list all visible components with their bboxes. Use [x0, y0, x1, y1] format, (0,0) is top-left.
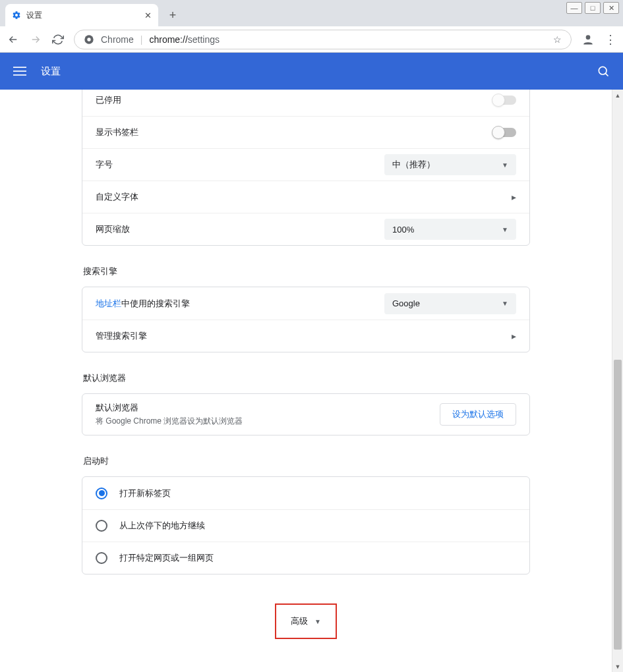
row-font-size: 字号 中（推荐） ▼ — [82, 148, 529, 181]
search-icon[interactable] — [597, 65, 610, 78]
startup-option-new-tab[interactable]: 打开新标签页 — [82, 477, 529, 509]
default-browser-title: 默认浏览器 — [96, 402, 243, 414]
gear-icon — [12, 11, 21, 20]
reload-button[interactable] — [51, 33, 65, 46]
section-default-browser: 默认浏览器 — [83, 372, 530, 384]
search-engine-value: Google — [392, 298, 420, 308]
custom-fonts-label: 自定义字体 — [96, 191, 138, 203]
radio-icon — [96, 520, 107, 532]
chrome-logo-icon — [84, 34, 94, 45]
startup-option-continue[interactable]: 从上次停下的地方继续 — [82, 509, 529, 542]
manage-search-label: 管理搜索引擎 — [96, 330, 147, 342]
forward-button[interactable] — [29, 33, 42, 46]
omnibox-separator: | — [140, 34, 143, 45]
svg-rect-3 — [13, 67, 26, 68]
font-size-dropdown[interactable]: 中（推荐） ▼ — [384, 154, 516, 175]
new-tab-button[interactable]: + — [163, 6, 182, 24]
omnibox-chip-label: Chrome — [101, 34, 134, 45]
url-scheme: chrome:// — [149, 34, 187, 45]
row-custom-fonts[interactable]: 自定义字体 ▸ — [82, 181, 529, 213]
chevron-down-icon: ▼ — [502, 161, 508, 169]
scroll-up-arrow-icon[interactable]: ▲ — [612, 90, 623, 101]
chevron-down-icon: ▼ — [314, 618, 321, 625]
profile-avatar-icon[interactable] — [581, 32, 595, 47]
svg-rect-5 — [13, 74, 26, 76]
page-zoom-label: 网页缩放 — [96, 223, 130, 235]
advanced-toggle-button[interactable]: 高级 ▼ — [280, 609, 332, 634]
row-default-browser: 默认浏览器 将 Google Chrome 浏览器设为默认浏览器 设为默认选项 — [82, 394, 529, 435]
settings-header-title: 设置 — [41, 65, 61, 78]
tab-close-icon[interactable]: ✕ — [144, 11, 152, 20]
startup-opt3-label: 打开特定网页或一组网页 — [119, 552, 214, 564]
scroll-down-arrow-icon[interactable]: ▼ — [612, 661, 623, 672]
svg-point-1 — [87, 38, 90, 41]
url-path: settings — [188, 34, 220, 45]
row-show-bookmarks: 显示书签栏 — [82, 116, 529, 148]
font-size-label: 字号 — [96, 159, 113, 171]
show-bookmarks-label: 显示书签栏 — [96, 126, 138, 138]
chevron-right-icon: ▸ — [512, 192, 516, 202]
browser-toolbar: Chrome | chrome://settings ☆ ⋮ — [0, 26, 623, 53]
vertical-scrollbar[interactable]: ▲ ▼ — [612, 90, 623, 672]
on-startup-card: 打开新标签页 从上次停下的地方继续 打开特定网页或一组网页 — [82, 476, 530, 574]
settings-header: 设置 — [0, 53, 623, 90]
scrollbar-thumb[interactable] — [614, 360, 622, 650]
radio-selected-icon — [96, 488, 107, 499]
section-search-engine: 搜索引擎 — [83, 266, 530, 277]
search-engine-card: 地址栏中使用的搜索引擎 Google ▼ 管理搜索引擎 ▸ — [82, 287, 530, 352]
advanced-section: 高级 ▼ — [82, 603, 530, 639]
page-zoom-dropdown[interactable]: 100% ▼ — [384, 219, 516, 240]
tab-strip: 设置 ✕ + — [0, 0, 623, 26]
chevron-right-icon: ▸ — [512, 331, 516, 341]
browser-tab-settings[interactable]: 设置 ✕ — [5, 4, 158, 26]
bookmark-star-icon[interactable]: ☆ — [553, 34, 562, 45]
row-page-zoom: 网页缩放 100% ▼ — [82, 213, 529, 245]
svg-rect-4 — [13, 70, 26, 72]
default-browser-subtitle: 将 Google Chrome 浏览器设为默认浏览器 — [96, 416, 243, 427]
window-maximize-button[interactable]: □ — [585, 2, 601, 14]
disabled-label: 已停用 — [96, 94, 121, 106]
appearance-card: 已停用 显示书签栏 字号 中（推荐） ▼ — [82, 90, 530, 246]
address-bar-link[interactable]: 地址栏 — [96, 298, 121, 308]
advanced-label: 高级 — [291, 615, 308, 627]
row-search-engine: 地址栏中使用的搜索引擎 Google ▼ — [82, 287, 529, 320]
overflow-menu-icon[interactable]: ⋮ — [605, 32, 616, 47]
disabled-toggle[interactable] — [492, 96, 516, 105]
radio-icon — [96, 552, 107, 564]
advanced-highlight-box: 高级 ▼ — [275, 603, 337, 639]
font-size-value: 中（推荐） — [392, 159, 435, 171]
search-engine-label: 地址栏中使用的搜索引擎 — [96, 298, 190, 310]
svg-point-2 — [586, 35, 591, 40]
startup-opt1-label: 打开新标签页 — [119, 488, 171, 499]
row-manage-search[interactable]: 管理搜索引擎 ▸ — [82, 320, 529, 352]
set-default-button[interactable]: 设为默认选项 — [440, 403, 516, 426]
default-browser-card: 默认浏览器 将 Google Chrome 浏览器设为默认浏览器 设为默认选项 — [82, 393, 530, 435]
window-controls: — □ ✕ — [566, 2, 619, 14]
settings-content: 已停用 显示书签栏 字号 中（推荐） ▼ — [0, 90, 612, 672]
hamburger-menu-icon[interactable] — [13, 65, 26, 78]
address-bar[interactable]: Chrome | chrome://settings ☆ — [74, 30, 572, 49]
back-button[interactable] — [7, 33, 20, 46]
chevron-down-icon: ▼ — [502, 300, 508, 307]
section-on-startup: 启动时 — [83, 455, 530, 467]
chevron-down-icon: ▼ — [502, 226, 508, 233]
svg-point-6 — [599, 67, 607, 74]
startup-option-specific[interactable]: 打开特定网页或一组网页 — [82, 542, 529, 574]
page-zoom-value: 100% — [392, 225, 414, 235]
settings-viewport: 已停用 显示书签栏 字号 中（推荐） ▼ — [0, 90, 623, 672]
search-engine-dropdown[interactable]: Google ▼ — [384, 293, 516, 314]
show-bookmarks-toggle[interactable] — [492, 128, 516, 137]
startup-opt2-label: 从上次停下的地方继续 — [119, 520, 205, 532]
search-engine-label-rest: 中使用的搜索引擎 — [121, 298, 190, 308]
row-disabled: 已停用 — [82, 90, 529, 116]
window-minimize-button[interactable]: — — [566, 2, 582, 14]
window-close-button[interactable]: ✕ — [603, 2, 619, 14]
tab-title: 设置 — [26, 10, 42, 21]
